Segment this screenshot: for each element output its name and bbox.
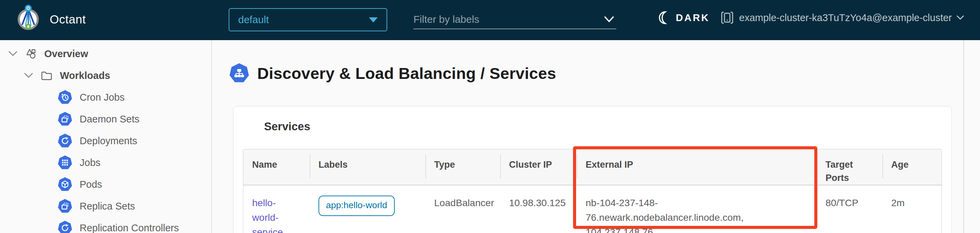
sidebar-item-label: Overview [44, 48, 88, 60]
sidebar-item-pods[interactable]: Pods [0, 173, 211, 195]
table-header-row: Name Labels Type Cluster IP External IP … [243, 149, 942, 185]
sidebar-item-replication-controllers[interactable]: Replication Controllers [0, 217, 211, 233]
sidebar-item-jobs[interactable]: Jobs [0, 152, 211, 173]
services-table: Name Labels Type Cluster IP External IP … [243, 149, 942, 233]
column-header-name[interactable]: Name [243, 149, 310, 185]
top-bar: Octant default Filter by labels DARK [0, 0, 980, 40]
column-header-external-ip[interactable]: External IP [577, 149, 817, 185]
sidebar-item-deployments[interactable]: Deployments [0, 130, 211, 152]
label-badge[interactable]: app:hello-world [318, 196, 395, 216]
chevron-down-icon [956, 15, 964, 21]
scrollbar[interactable] [963, 40, 964, 233]
service-name-link[interactable]: hello-world-service [252, 197, 283, 233]
cluster-label: example-cluster-ka3TuTzYo4a@example-clus… [739, 12, 952, 24]
cluster-icon [721, 11, 733, 24]
dark-theme-toggle[interactable]: DARK [657, 11, 710, 24]
external-ip-cell: nb-104-237-148-76.newark.nodebalancer.li… [577, 185, 817, 233]
sidebar-item-label: Pods [80, 179, 102, 190]
chevron-down-icon[interactable] [604, 14, 614, 25]
sidebar-item-label: Jobs [80, 157, 100, 168]
caret-down-icon [369, 17, 378, 22]
sidebar-item-label: Workloads [60, 70, 110, 81]
octant-app: Octant default Filter by labels DARK [0, 0, 980, 233]
column-header-labels[interactable]: Labels [310, 149, 425, 185]
sidebar-item-label: Replication Controllers [80, 222, 179, 233]
sidebar-item-label: Daemon Sets [80, 114, 140, 125]
target-ports-cell: 80/TCP [817, 185, 882, 233]
pod-icon [58, 177, 72, 192]
sidebar-item-daemon-sets[interactable]: Daemon Sets [0, 108, 211, 130]
page-title: Discovery & Load Balancing / Services [257, 64, 556, 82]
cluster-selector[interactable]: example-cluster-ka3TuTzYo4a@example-clus… [721, 11, 964, 24]
sidebar-item-replica-sets[interactable]: Replica Sets [0, 195, 211, 217]
replicationcontroller-icon [58, 221, 72, 233]
folder-icon [41, 70, 52, 81]
column-header-age[interactable]: Age [882, 149, 942, 185]
column-header-target-ports[interactable]: Target Ports [817, 149, 882, 185]
dark-label: DARK [676, 12, 710, 24]
sidebar-item-label: Cron Jobs [80, 92, 124, 103]
replicaset-icon [58, 199, 72, 213]
table-row: hello-world-service app:hello-world Load… [243, 185, 942, 233]
main-content: Discovery & Load Balancing / Services Se… [213, 40, 980, 233]
brand[interactable]: Octant [16, 3, 86, 31]
overview-icon [25, 48, 37, 60]
job-icon [58, 155, 72, 170]
namespace-dropdown[interactable]: default [229, 8, 387, 31]
page-header: Discovery & Load Balancing / Services [229, 63, 556, 83]
column-header-cluster-ip[interactable]: Cluster IP [500, 149, 577, 185]
sidebar-item-overview[interactable]: Overview [0, 43, 211, 65]
cronjob-icon [58, 90, 72, 105]
chevron-down-icon[interactable] [8, 50, 18, 57]
deployment-icon [58, 134, 72, 148]
chevron-down-icon[interactable] [24, 72, 33, 79]
moon-icon [657, 11, 670, 24]
sidebar: Overview Workloads Cron Jobs [0, 40, 212, 233]
sidebar-item-label: Replica Sets [80, 201, 135, 212]
sidebar-item-cron-jobs[interactable]: Cron Jobs [0, 86, 211, 108]
age-cell: 2m [882, 185, 942, 233]
octant-logo-icon [16, 3, 40, 31]
filter-placeholder: Filter by labels [414, 14, 479, 25]
namespace-value: default [238, 14, 269, 25]
card-title: Services [234, 106, 951, 133]
cluster-ip-cell: 10.98.30.125 [500, 185, 577, 233]
service-icon [229, 63, 249, 83]
sidebar-item-label: Deployments [80, 135, 137, 147]
services-card: Services Name Labels Type Cluster IP Ext… [233, 106, 952, 233]
filter-by-labels-input[interactable]: Filter by labels [414, 10, 616, 29]
app-title: Octant [50, 13, 86, 26]
daemonset-icon [58, 112, 72, 126]
column-header-type[interactable]: Type [425, 149, 500, 185]
service-type-cell: LoadBalancer [425, 185, 500, 233]
sidebar-item-workloads[interactable]: Workloads [0, 65, 211, 86]
